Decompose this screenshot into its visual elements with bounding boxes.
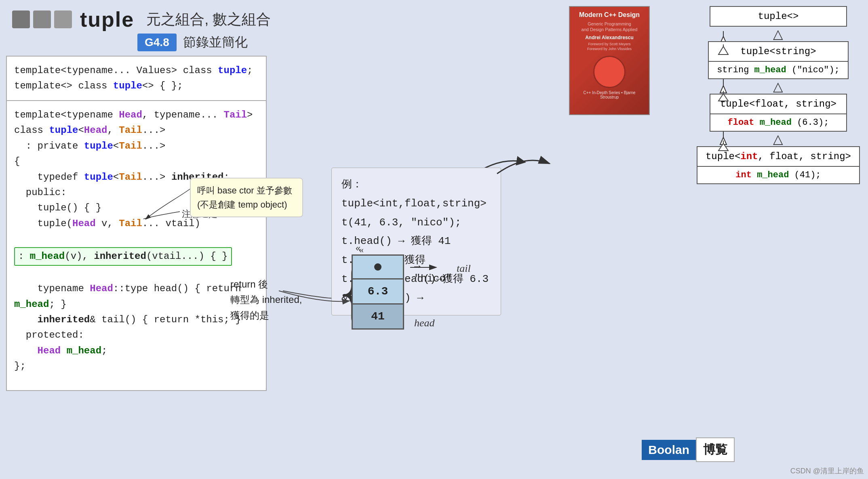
cb2-l10 [14, 266, 259, 281]
watermark: CSDN @清里上岸的鱼 [790, 466, 864, 476]
nico-label: → "nico" [414, 261, 452, 285]
arrow-1: △ [773, 27, 783, 40]
arrow-3: △ [773, 132, 783, 145]
tail-label: tail [457, 263, 471, 275]
return-line3: 獲得的是 [230, 308, 302, 323]
cb2-l14: Head m_head; [14, 343, 259, 359]
cb2-l13: protected: [14, 328, 259, 343]
ds-dot [374, 263, 381, 271]
ex-line2: t(41, 6.3, "nico"); [341, 213, 491, 232]
ds-cell-2: 6.3 [352, 279, 404, 305]
callout-bubble: 呼叫 base ctor 並予參數 (不是創建 temp object) [190, 178, 303, 217]
code-line-2: template<> class tuple<> { }; [14, 78, 259, 94]
book-author: Andrei Alexandrescu [585, 35, 634, 40]
arrow-2: △ [773, 80, 783, 93]
book-title: Modern C++ Design [579, 11, 640, 19]
book-subtitle: Generic Programmingand Design Patterns A… [581, 21, 638, 33]
cb2-l9: : m_head(v), inherited(vtail...) { } [14, 231, 259, 266]
return-note: return 後 轉型為 inherited, 獲得的是 [230, 277, 302, 323]
return-line1: return 後 [230, 277, 302, 292]
inherit-bottom-string: string m_head ("nico"); [709, 62, 848, 78]
callout-line2: (不是創建 temp object) [197, 200, 287, 210]
icon-block-3 [54, 11, 72, 28]
boolan-blue-text: Boolan [642, 440, 696, 460]
callout-line1: 呼叫 base ctor 並予參數 [197, 185, 292, 195]
double-arrow-left: « [356, 243, 360, 254]
data-struct-diagram: { 6.3 41 → "nico" tail head « [352, 254, 404, 330]
book-footer: C++ In-Depth Series • Bjarne Stroustrup [574, 90, 645, 99]
boolan-badge: Boolan 博覧 [642, 437, 735, 462]
ex-line1: 例：tuple<int,float,string> [341, 175, 491, 213]
inherit-group-float-string: tuple<float, string> float m_head (6.3); [710, 94, 847, 132]
cb2-l4: { [14, 154, 259, 169]
cb2-l15: }; [14, 359, 259, 374]
inherit-top-string: tuple<string> [709, 42, 848, 62]
cb2-l3: : private tuple<Tail...> [14, 139, 259, 154]
cb2-l2: class tuple<Head, Tail...> [14, 123, 259, 138]
return-line2: 轉型為 inherited, [230, 292, 302, 307]
header-icons [12, 11, 72, 28]
ds-cell-1 [352, 254, 404, 279]
badge-g48: G4.8 [137, 34, 177, 51]
code-line-1: template<typename... Values> class tuple… [14, 63, 259, 78]
inherit-group-int-float-string: tuple<int, float, string> int m_head (41… [697, 146, 860, 184]
book-circle [593, 56, 626, 88]
page-title: tuple [80, 7, 134, 32]
inherit-top-float-string: tuple<float, string> [710, 95, 846, 114]
ds-cell-3: 41 [352, 305, 404, 330]
cb2-l11: typename Head::type head() { return m_he… [14, 281, 259, 312]
page-subtitle: 元之組合, 數之組合 [146, 10, 271, 29]
inherit-top-int-float-string: tuple<int, float, string> [697, 147, 859, 167]
cb2-l1: template<typename Head, typename... Tail… [14, 107, 259, 123]
head-label: head [414, 317, 435, 329]
icon-block-2 [33, 11, 51, 28]
inherit-box-empty: tuple<> [710, 6, 847, 27]
book-foreword: Foreword by Scott MeyersForeword by John… [587, 42, 632, 51]
icon-block-1 [12, 11, 30, 28]
inherit-bottom-int-float-string: int m_head (41); [697, 167, 859, 183]
book-cover: Modern C++ Design Generic Programmingand… [569, 6, 650, 115]
code-box-1: template<typename... Values> class tuple… [6, 56, 267, 101]
code-box-2: template<typename Head, typename... Tail… [6, 100, 267, 391]
inherit-bottom-float-string: float m_head (6.3); [710, 114, 846, 131]
cb2-l12: inherited& tail() { return *this; } [14, 312, 259, 328]
badge-text: 節錄並簡化 [183, 34, 248, 51]
inherit-group-string: tuple<string> string m_head ("nico"); [708, 41, 849, 79]
boolan-white-text: 博覧 [696, 437, 735, 462]
inherit-diagram: tuple<> △ tuple<string> string m_head ("… [697, 6, 860, 184]
